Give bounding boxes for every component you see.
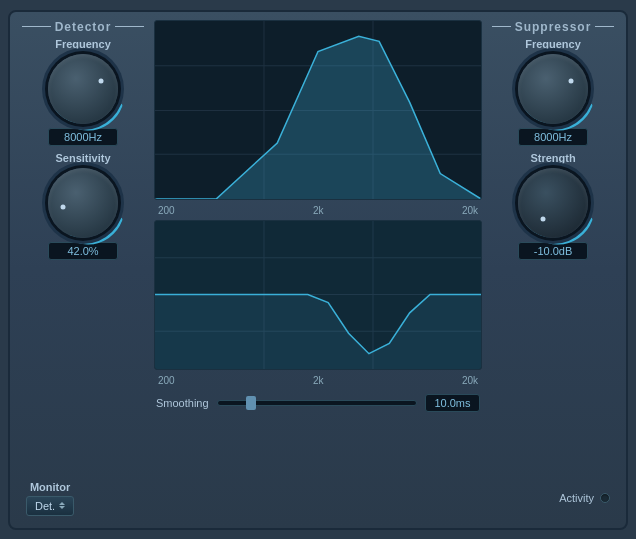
freq-label-2k: 2k	[313, 205, 324, 216]
detector-panel: Detector Frequency 8000Hz Sen	[18, 20, 148, 477]
suppressor-strength-value: -10.0dB	[518, 242, 588, 260]
detector-sensitivity-knob-wrapper[interactable]	[48, 168, 118, 238]
dropdown-arrows	[59, 502, 65, 509]
suppressor-frequency-knob-container: 8000Hz	[518, 54, 588, 146]
center-panel: 200 2k 20k	[154, 20, 482, 477]
bottom-row: Monitor Det. Activity	[18, 477, 618, 520]
filter-label-200: 200	[158, 375, 175, 386]
detector-frequency-knob-container: 8000Hz	[48, 54, 118, 146]
detector-sensitivity-knob[interactable]	[48, 168, 118, 238]
suppressor-strength-knob-wrapper[interactable]	[518, 168, 588, 238]
monitor-section: Monitor Det.	[26, 481, 74, 516]
suppressor-strength-knob[interactable]	[518, 168, 588, 238]
detector-title-bar: Detector	[18, 20, 148, 34]
filter-chart	[154, 220, 482, 370]
suppressor-panel: Suppressor Frequency 8000Hz Strength	[488, 20, 618, 477]
suppressor-frequency-value: 8000Hz	[518, 128, 588, 146]
svg-marker-15	[155, 294, 481, 369]
frequency-chart-svg	[155, 21, 481, 199]
suppressor-strength-knob-container: -10.0dB	[518, 168, 588, 260]
suppressor-strength-label: Strength	[530, 152, 575, 164]
detector-frequency-value: 8000Hz	[48, 128, 118, 146]
monitor-value: Det.	[35, 500, 55, 512]
freq-label-20k: 20k	[462, 205, 478, 216]
freq-label-200: 200	[158, 205, 175, 216]
dropdown-arrow-down	[59, 506, 65, 509]
filter-chart-svg	[155, 221, 481, 369]
detector-sensitivity-value: 42.0%	[48, 242, 118, 260]
smoothing-row: Smoothing 10.0ms	[154, 390, 482, 416]
dropdown-arrow-up	[59, 502, 65, 505]
filter-label-2k: 2k	[313, 375, 324, 386]
detector-sensitivity-label: Sensitivity	[55, 152, 110, 164]
smoothing-slider[interactable]	[217, 400, 417, 406]
suppressor-frequency-knob[interactable]	[518, 54, 588, 124]
smoothing-slider-container	[217, 400, 417, 406]
main-row: Detector Frequency 8000Hz Sen	[18, 20, 618, 477]
detector-sensitivity-knob-container: 42.0%	[48, 168, 118, 260]
suppressor-title: Suppressor	[515, 20, 592, 34]
svg-marker-9	[155, 36, 481, 199]
suppressor-frequency-knob-wrapper[interactable]	[518, 54, 588, 124]
detector-frequency-label: Frequency	[55, 38, 111, 50]
suppressor-title-bar: Suppressor	[488, 20, 618, 34]
monitor-label: Monitor	[30, 481, 70, 493]
detector-frequency-knob-wrapper[interactable]	[48, 54, 118, 124]
smoothing-label: Smoothing	[156, 397, 209, 409]
monitor-dropdown[interactable]: Det.	[26, 496, 74, 516]
filter-chart-labels: 200 2k 20k	[154, 375, 482, 386]
detector-frequency-knob[interactable]	[48, 54, 118, 124]
frequency-chart	[154, 20, 482, 200]
plugin-container: Detector Frequency 8000Hz Sen	[8, 10, 628, 530]
activity-label: Activity	[559, 492, 594, 504]
suppressor-frequency-label: Frequency	[525, 38, 581, 50]
activity-section: Activity	[559, 492, 610, 504]
smoothing-value: 10.0ms	[425, 394, 480, 412]
activity-led	[600, 493, 610, 503]
filter-label-20k: 20k	[462, 375, 478, 386]
detector-title: Detector	[55, 20, 112, 34]
frequency-chart-labels: 200 2k 20k	[154, 205, 482, 216]
